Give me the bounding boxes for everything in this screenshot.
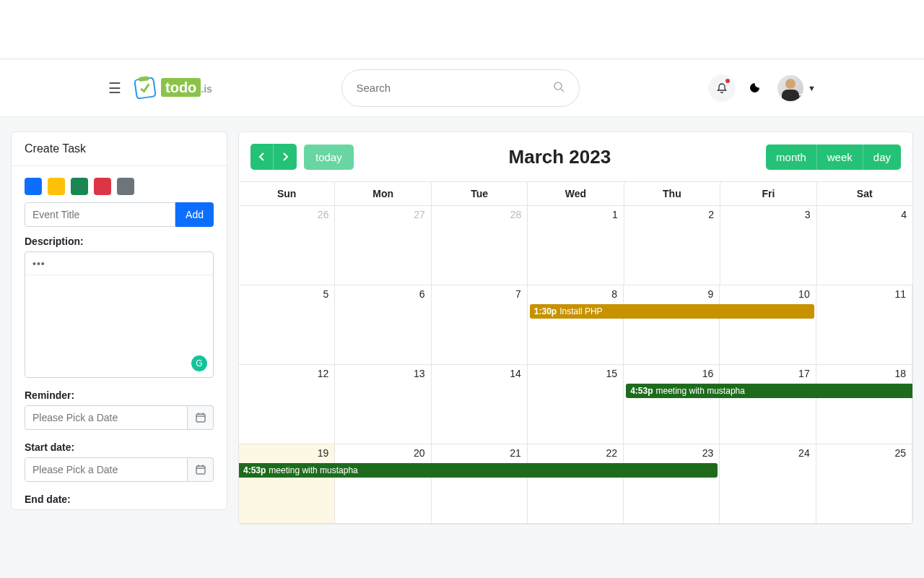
event-time: 4:53p xyxy=(630,386,653,396)
calendar-event[interactable]: 1:30pInstall PHP xyxy=(530,304,814,319)
calendar-icon xyxy=(196,413,206,423)
calendar-day[interactable]: 21 xyxy=(432,444,528,524)
calendar-day[interactable]: 14 xyxy=(432,365,528,444)
calendar-day[interactable]: 15 xyxy=(528,365,624,444)
event-title: meeting with mustapha xyxy=(656,386,745,396)
notifications-button[interactable] xyxy=(708,74,736,102)
calendar-day[interactable]: 6 xyxy=(335,285,431,365)
calendar-event[interactable]: 4:53pmeeting with mustapha xyxy=(239,463,718,478)
start-date-label: Start date: xyxy=(12,440,227,457)
svg-rect-4 xyxy=(196,414,205,422)
calendar-week: 5678910111:30pInstall PHP xyxy=(239,285,912,365)
editor-toolbar[interactable]: ••• xyxy=(25,252,213,275)
calendar-day[interactable]: 20 xyxy=(335,444,431,524)
app-header: ☰ todo.is ▼ xyxy=(0,59,924,117)
event-title-input[interactable] xyxy=(25,202,175,227)
reminder-label: Reminder: xyxy=(12,388,227,405)
user-menu[interactable]: ▼ xyxy=(777,75,816,101)
panel-title: Create Task xyxy=(12,132,227,166)
notification-dot xyxy=(725,79,730,83)
calendar-day[interactable]: 8 xyxy=(528,285,624,365)
moon-icon xyxy=(750,79,763,92)
calendar-day[interactable]: 18 xyxy=(816,365,912,444)
svg-point-2 xyxy=(554,82,562,90)
calendar-day[interactable]: 19 xyxy=(239,444,335,524)
view-week[interactable]: week xyxy=(816,144,863,170)
calendar-day[interactable]: 9 xyxy=(624,285,720,365)
calendar-day[interactable]: 28 xyxy=(432,206,528,285)
day-header: Wed xyxy=(528,182,624,206)
start-date-input[interactable] xyxy=(25,457,188,482)
color-swatch-4[interactable] xyxy=(117,178,134,195)
day-header: Mon xyxy=(335,182,431,206)
next-button[interactable] xyxy=(274,144,297,170)
calendar-day[interactable]: 5 xyxy=(239,285,335,365)
calendar-day[interactable]: 3 xyxy=(720,206,816,285)
add-button[interactable]: Add xyxy=(175,202,214,227)
calendar-day[interactable]: 13 xyxy=(335,365,431,444)
reminder-input[interactable] xyxy=(25,405,188,430)
color-swatch-2[interactable] xyxy=(71,178,88,195)
menu-icon[interactable]: ☰ xyxy=(108,79,121,97)
calendar-week: 2627281234 xyxy=(239,206,912,285)
calendar-day[interactable]: 11 xyxy=(816,285,912,365)
calendar-day[interactable]: 25 xyxy=(816,444,912,524)
chevron-left-icon xyxy=(258,152,266,162)
calendar-day[interactable]: 12 xyxy=(239,365,335,444)
description-label: Description: xyxy=(12,234,227,251)
day-header: Tue xyxy=(432,182,528,206)
event-title: meeting with mustapha xyxy=(269,465,357,475)
calendar-day[interactable]: 23 xyxy=(624,444,720,524)
color-swatch-1[interactable] xyxy=(48,178,65,195)
logo-text-todo: todo xyxy=(161,78,201,97)
calendar: today March 2023 month week day SunMonTu… xyxy=(238,131,913,525)
chevron-down-icon: ▼ xyxy=(808,84,816,92)
logo-text-is: .is xyxy=(201,83,212,95)
calendar-week: 192021222324254:53pmeeting with mustapha xyxy=(239,444,912,524)
calendar-day[interactable]: 22 xyxy=(528,444,624,524)
calendar-title: March 2023 xyxy=(354,146,766,168)
calendar-day[interactable]: 10 xyxy=(720,285,816,365)
start-date-calendar-button[interactable] xyxy=(188,457,214,482)
svg-rect-8 xyxy=(196,466,205,474)
color-swatch-3[interactable] xyxy=(94,178,111,195)
status-indicator xyxy=(796,94,803,101)
dark-mode-toggle[interactable] xyxy=(750,79,763,96)
view-month[interactable]: month xyxy=(766,144,816,170)
event-title: Install PHP xyxy=(559,306,602,316)
logo[interactable]: todo.is xyxy=(132,75,212,101)
svg-line-3 xyxy=(561,89,564,92)
calendar-event[interactable]: 4:53pmeeting with mustapha xyxy=(626,384,912,398)
calendar-day[interactable]: 7 xyxy=(432,285,528,365)
description-editor[interactable]: ••• G xyxy=(25,251,214,378)
create-task-panel: Create Task Add Description: ••• G Remin… xyxy=(11,131,227,510)
bell-icon xyxy=(716,82,728,94)
calendar-day[interactable]: 27 xyxy=(335,206,431,285)
search-icon xyxy=(553,81,565,95)
calendar-week: 121314151617184:53pmeeting with mustapha xyxy=(239,365,912,444)
calendar-day[interactable]: 2 xyxy=(624,206,720,285)
calendar-day[interactable]: 1 xyxy=(528,206,624,285)
calendar-day[interactable]: 17 xyxy=(720,365,816,444)
event-time: 4:53p xyxy=(243,465,266,475)
calendar-day[interactable]: 26 xyxy=(239,206,335,285)
prev-button[interactable] xyxy=(250,144,274,170)
chevron-right-icon xyxy=(282,152,289,162)
reminder-calendar-button[interactable] xyxy=(188,405,214,430)
calendar-day[interactable]: 4 xyxy=(817,206,912,285)
search-box[interactable] xyxy=(341,69,580,107)
calendar-day[interactable]: 24 xyxy=(720,444,816,524)
calendar-grid: SunMonTueWedThuFriSat2627281234567891011… xyxy=(239,181,912,524)
color-picker xyxy=(12,166,227,202)
view-day[interactable]: day xyxy=(863,144,901,170)
color-swatch-0[interactable] xyxy=(25,178,42,195)
calendar-day[interactable]: 16 xyxy=(624,365,720,444)
event-time: 1:30p xyxy=(534,306,557,316)
view-switcher: month week day xyxy=(766,144,901,170)
day-header: Fri xyxy=(720,182,816,206)
avatar xyxy=(777,75,803,101)
end-date-label: End date: xyxy=(12,492,227,509)
day-header: Sat xyxy=(817,182,912,206)
today-button[interactable]: today xyxy=(304,144,354,170)
search-input[interactable] xyxy=(357,82,553,94)
